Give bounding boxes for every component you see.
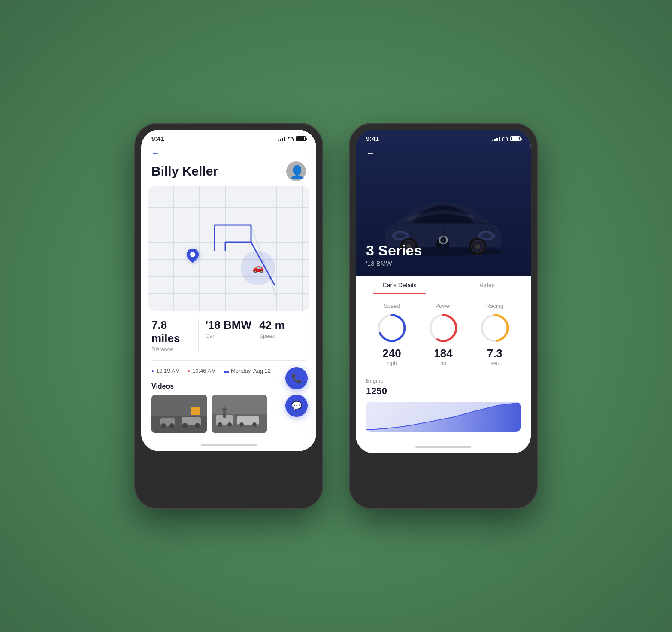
svg-point-16 [161, 423, 166, 428]
svg-rect-31 [223, 412, 226, 418]
phone-2-screen: 9:41 ← [356, 130, 531, 453]
metric-power: Power 184 hp [428, 303, 459, 366]
video-thumb-2[interactable] [212, 395, 267, 433]
svg-point-25 [218, 422, 222, 427]
engine-section: Engine 1250 [356, 371, 531, 441]
engine-chart-svg [366, 402, 521, 432]
metric-unit-racing: sec [487, 360, 502, 366]
status-time-2: 9:41 [366, 135, 379, 142]
timeline-end: ● 10:46 AM [188, 368, 216, 374]
car-hero: 9:41 ← [356, 130, 531, 276]
video-thumbnail-2-svg [212, 395, 267, 433]
date-label: Monday, Aug 12 [231, 368, 271, 374]
stat-value-car: '18 BMW [206, 319, 252, 332]
status-time-1: 9:41 [151, 135, 164, 142]
tabs-row: Car's Details Rides [356, 276, 531, 294]
phone-2: 9:41 ← [349, 123, 538, 509]
divider-1 [151, 360, 306, 361]
metric-label-power: Power [436, 303, 451, 309]
signal-icon-2 [492, 136, 500, 141]
engine-value: 1250 [366, 386, 521, 397]
timeline-date: ▬ Monday, Aug 12 [224, 368, 271, 374]
video-thumb-1[interactable] [151, 395, 207, 433]
svg-point-39 [481, 233, 491, 238]
start-time: 10:19 AM [156, 368, 180, 374]
metric-speed: Speed 240 mph [376, 303, 407, 366]
message-button[interactable]: 💬 [285, 395, 308, 417]
stat-speed: 42 m Speed [252, 319, 306, 352]
back-button-1[interactable]: ← [151, 148, 160, 158]
metric-value-racing: 7.3 [487, 347, 502, 360]
stats-row: 7.8 miles Distance '18 BMW Car 42 m Spee… [141, 311, 316, 357]
status-icons-1 [278, 136, 306, 141]
user-name: Billy Keller [151, 164, 218, 179]
gauge-speed [376, 313, 407, 343]
metric-racing: Racing 7.3 sec [479, 303, 510, 366]
tab-car-details[interactable]: Car's Details [356, 276, 443, 294]
metric-label-racing: Racing [486, 303, 503, 309]
svg-point-50 [475, 244, 480, 249]
gauge-racing-svg [479, 313, 510, 343]
gauge-power [428, 313, 459, 343]
call-button[interactable]: 📞 [285, 367, 308, 389]
status-bar-1: 9:41 [141, 130, 316, 145]
svg-point-17 [169, 423, 174, 428]
metric-unit-speed: mph [382, 360, 401, 366]
signal-icon-1 [278, 136, 285, 141]
car-marker: 🚗 [241, 251, 275, 285]
home-bar-2 [415, 446, 471, 448]
video-thumbnail-1-svg [151, 395, 207, 433]
calendar-icon: ▬ [224, 368, 229, 374]
map-background: 🚗 [148, 186, 309, 311]
home-bar-1 [201, 444, 257, 446]
svg-point-37 [395, 233, 406, 238]
car-hero-info: 3 Series '18 BMW [366, 242, 422, 267]
engine-chart [366, 402, 521, 432]
car-year: '18 BMW [366, 260, 422, 267]
status-bar-2: 9:41 [356, 130, 531, 145]
nav-header-2: ← [356, 145, 531, 161]
svg-rect-21 [191, 407, 200, 415]
status-icons-2 [492, 136, 521, 141]
metric-value-speed: 240 [382, 347, 401, 360]
stat-label-speed: Speed [259, 333, 306, 339]
stat-label-distance: Distance [151, 346, 198, 352]
battery-fill-2 [512, 137, 519, 140]
phone-1: 9:41 ← Billy Keller [134, 123, 323, 509]
map-container[interactable]: 🚗 [148, 186, 309, 311]
nav-header-1: ← [141, 145, 316, 160]
car-icon: 🚗 [252, 262, 264, 273]
phone-1-screen: 9:41 ← Billy Keller [141, 130, 316, 451]
metrics-section: Speed 240 mph Power [356, 294, 531, 371]
gauge-racing [479, 313, 510, 343]
back-button-2[interactable]: ← [366, 148, 375, 158]
metric-unit-power: hp [434, 360, 452, 366]
engine-label: Engine [366, 377, 521, 384]
gauge-speed-svg [376, 313, 407, 343]
map-streets-svg [148, 186, 309, 311]
end-dot-icon: ● [188, 368, 190, 373]
wifi-icon-1 [288, 137, 294, 141]
tab-rides[interactable]: Rides [443, 276, 531, 294]
timeline-start: ● 10:19 AM [151, 368, 180, 374]
videos-grid [151, 395, 306, 433]
route-path [215, 225, 251, 251]
user-header: Billy Keller [141, 160, 316, 186]
start-dot-icon: ● [151, 368, 154, 373]
home-indicator-1 [141, 438, 316, 451]
stat-distance: 7.8 miles Distance [151, 319, 198, 352]
stat-value-speed: 42 m [259, 319, 306, 332]
metric-value-power: 184 [434, 347, 452, 360]
svg-point-29 [252, 422, 257, 427]
battery-fill-1 [297, 137, 304, 140]
metric-label-speed: Speed [384, 303, 400, 309]
svg-point-28 [239, 422, 244, 427]
svg-point-20 [195, 423, 200, 428]
home-indicator-2 [356, 441, 531, 453]
avatar [286, 161, 306, 181]
fab-container: 📞 💬 [285, 367, 308, 417]
end-time: 10:46 AM [192, 368, 216, 374]
videos-title: Videos [151, 383, 306, 390]
metrics-row: Speed 240 mph Power [366, 303, 521, 366]
car-model: 3 Series [366, 242, 422, 259]
